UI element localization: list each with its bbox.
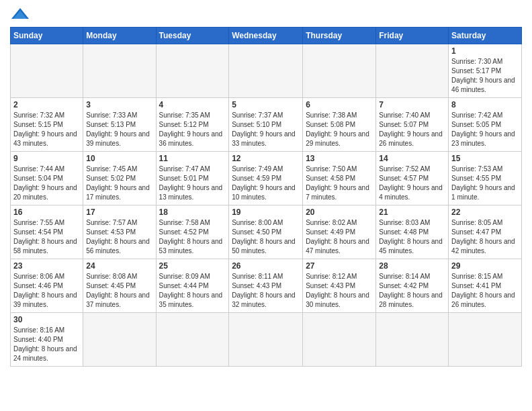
weekday-header-friday: Friday	[376, 28, 449, 44]
calendar-cell: 11Sunrise: 7:47 AM Sunset: 5:01 PM Dayli…	[156, 152, 229, 205]
logo-icon	[10, 7, 30, 21]
calendar-cell: 17Sunrise: 7:57 AM Sunset: 4:53 PM Dayli…	[83, 205, 156, 259]
calendar-cell: 2Sunrise: 7:32 AM Sunset: 5:15 PM Daylig…	[11, 98, 83, 152]
day-info: Sunrise: 8:03 AM Sunset: 4:48 PM Dayligh…	[379, 218, 445, 256]
calendar-cell: 21Sunrise: 8:03 AM Sunset: 4:48 PM Dayli…	[376, 205, 449, 259]
calendar-cell	[376, 44, 449, 98]
day-number: 3	[86, 100, 152, 109]
day-info: Sunrise: 7:30 AM Sunset: 5:17 PM Dayligh…	[451, 57, 519, 95]
day-number: 8	[451, 100, 519, 109]
day-number: 13	[306, 154, 373, 163]
calendar-cell: 10Sunrise: 7:45 AM Sunset: 5:02 PM Dayli…	[83, 152, 156, 205]
calendar-cell: 19Sunrise: 8:00 AM Sunset: 4:50 PM Dayli…	[229, 205, 303, 259]
day-info: Sunrise: 7:44 AM Sunset: 5:04 PM Dayligh…	[13, 165, 80, 202]
day-number: 12	[232, 154, 300, 163]
week-row-4: 16Sunrise: 7:55 AM Sunset: 4:54 PM Dayli…	[11, 205, 522, 259]
day-info: Sunrise: 8:08 AM Sunset: 4:45 PM Dayligh…	[86, 272, 152, 310]
day-info: Sunrise: 7:47 AM Sunset: 5:01 PM Dayligh…	[159, 165, 226, 202]
calendar-cell: 20Sunrise: 8:02 AM Sunset: 4:49 PM Dayli…	[303, 205, 376, 259]
day-number: 25	[159, 261, 226, 271]
day-number: 2	[13, 100, 80, 109]
day-number: 6	[306, 100, 373, 109]
calendar-cell: 30Sunrise: 8:16 AM Sunset: 4:40 PM Dayli…	[11, 313, 83, 367]
calendar-cell: 6Sunrise: 7:38 AM Sunset: 5:08 PM Daylig…	[303, 98, 376, 152]
calendar-cell: 23Sunrise: 8:06 AM Sunset: 4:46 PM Dayli…	[11, 259, 83, 313]
day-info: Sunrise: 7:37 AM Sunset: 5:10 PM Dayligh…	[232, 111, 300, 148]
calendar: SundayMondayTuesdayWednesdayThursdayFrid…	[10, 27, 522, 367]
week-row-6: 30Sunrise: 8:16 AM Sunset: 4:40 PM Dayli…	[11, 313, 522, 367]
calendar-cell: 24Sunrise: 8:08 AM Sunset: 4:45 PM Dayli…	[83, 259, 156, 313]
day-number: 11	[159, 154, 226, 163]
calendar-cell	[83, 313, 156, 367]
calendar-cell: 15Sunrise: 7:53 AM Sunset: 4:55 PM Dayli…	[449, 152, 522, 205]
day-number: 14	[379, 154, 445, 163]
calendar-cell: 25Sunrise: 8:09 AM Sunset: 4:44 PM Dayli…	[156, 259, 229, 313]
page: SundayMondayTuesdayWednesdayThursdayFrid…	[0, 0, 532, 377]
calendar-cell: 9Sunrise: 7:44 AM Sunset: 5:04 PM Daylig…	[11, 152, 83, 205]
calendar-cell: 13Sunrise: 7:50 AM Sunset: 4:58 PM Dayli…	[303, 152, 376, 205]
weekday-header-thursday: Thursday	[303, 28, 376, 44]
day-number: 21	[379, 208, 445, 217]
day-info: Sunrise: 7:32 AM Sunset: 5:15 PM Dayligh…	[13, 111, 80, 148]
weekday-header-row: SundayMondayTuesdayWednesdayThursdayFrid…	[11, 28, 522, 44]
header	[10, 7, 522, 21]
calendar-cell: 8Sunrise: 7:42 AM Sunset: 5:05 PM Daylig…	[449, 98, 522, 152]
calendar-cell	[156, 313, 229, 367]
calendar-cell: 26Sunrise: 8:11 AM Sunset: 4:43 PM Dayli…	[229, 259, 303, 313]
day-info: Sunrise: 7:35 AM Sunset: 5:12 PM Dayligh…	[159, 111, 226, 148]
calendar-cell: 12Sunrise: 7:49 AM Sunset: 4:59 PM Dayli…	[229, 152, 303, 205]
day-info: Sunrise: 8:14 AM Sunset: 4:42 PM Dayligh…	[379, 272, 445, 310]
weekday-header-tuesday: Tuesday	[156, 28, 229, 44]
day-number: 1	[451, 46, 519, 56]
calendar-cell	[11, 44, 83, 98]
day-number: 4	[159, 100, 226, 109]
day-info: Sunrise: 8:12 AM Sunset: 4:43 PM Dayligh…	[306, 272, 373, 310]
day-number: 30	[13, 315, 80, 324]
calendar-cell: 14Sunrise: 7:52 AM Sunset: 4:57 PM Dayli…	[376, 152, 449, 205]
day-number: 10	[86, 154, 152, 163]
day-info: Sunrise: 7:38 AM Sunset: 5:08 PM Dayligh…	[306, 111, 373, 148]
day-info: Sunrise: 8:11 AM Sunset: 4:43 PM Dayligh…	[232, 272, 300, 310]
calendar-cell	[229, 44, 303, 98]
day-number: 9	[13, 154, 80, 163]
calendar-cell	[156, 44, 229, 98]
calendar-cell	[303, 313, 376, 367]
day-info: Sunrise: 7:50 AM Sunset: 4:58 PM Dayligh…	[306, 165, 373, 202]
day-info: Sunrise: 7:53 AM Sunset: 4:55 PM Dayligh…	[451, 165, 519, 202]
day-info: Sunrise: 7:40 AM Sunset: 5:07 PM Dayligh…	[379, 111, 445, 148]
weekday-header-saturday: Saturday	[449, 28, 522, 44]
day-info: Sunrise: 7:58 AM Sunset: 4:52 PM Dayligh…	[159, 218, 226, 256]
day-info: Sunrise: 8:15 AM Sunset: 4:41 PM Dayligh…	[451, 272, 519, 310]
day-info: Sunrise: 8:05 AM Sunset: 4:47 PM Dayligh…	[451, 218, 519, 256]
calendar-cell	[83, 44, 156, 98]
day-info: Sunrise: 7:55 AM Sunset: 4:54 PM Dayligh…	[13, 218, 80, 256]
weekday-header-sunday: Sunday	[11, 28, 83, 44]
week-row-5: 23Sunrise: 8:06 AM Sunset: 4:46 PM Dayli…	[11, 259, 522, 313]
day-info: Sunrise: 7:57 AM Sunset: 4:53 PM Dayligh…	[86, 218, 152, 256]
day-info: Sunrise: 7:52 AM Sunset: 4:57 PM Dayligh…	[379, 165, 445, 202]
day-number: 23	[13, 261, 80, 271]
calendar-cell: 5Sunrise: 7:37 AM Sunset: 5:10 PM Daylig…	[229, 98, 303, 152]
day-info: Sunrise: 7:49 AM Sunset: 4:59 PM Dayligh…	[232, 165, 300, 202]
day-info: Sunrise: 7:45 AM Sunset: 5:02 PM Dayligh…	[86, 165, 152, 202]
calendar-cell: 7Sunrise: 7:40 AM Sunset: 5:07 PM Daylig…	[376, 98, 449, 152]
calendar-cell	[449, 313, 522, 367]
day-number: 15	[451, 154, 519, 163]
weekday-header-monday: Monday	[83, 28, 156, 44]
calendar-cell: 16Sunrise: 7:55 AM Sunset: 4:54 PM Dayli…	[11, 205, 83, 259]
day-info: Sunrise: 8:09 AM Sunset: 4:44 PM Dayligh…	[159, 272, 226, 310]
day-info: Sunrise: 8:02 AM Sunset: 4:49 PM Dayligh…	[306, 218, 373, 256]
weekday-header-wednesday: Wednesday	[229, 28, 303, 44]
day-number: 28	[379, 261, 445, 271]
day-info: Sunrise: 7:42 AM Sunset: 5:05 PM Dayligh…	[451, 111, 519, 148]
day-number: 24	[86, 261, 152, 271]
day-number: 17	[86, 208, 152, 217]
calendar-cell: 4Sunrise: 7:35 AM Sunset: 5:12 PM Daylig…	[156, 98, 229, 152]
day-number: 5	[232, 100, 300, 109]
day-number: 7	[379, 100, 445, 109]
calendar-cell: 18Sunrise: 7:58 AM Sunset: 4:52 PM Dayli…	[156, 205, 229, 259]
day-info: Sunrise: 8:06 AM Sunset: 4:46 PM Dayligh…	[13, 272, 80, 310]
day-info: Sunrise: 7:33 AM Sunset: 5:13 PM Dayligh…	[86, 111, 152, 148]
week-row-1: 1Sunrise: 7:30 AM Sunset: 5:17 PM Daylig…	[11, 44, 522, 98]
day-number: 22	[451, 208, 519, 217]
